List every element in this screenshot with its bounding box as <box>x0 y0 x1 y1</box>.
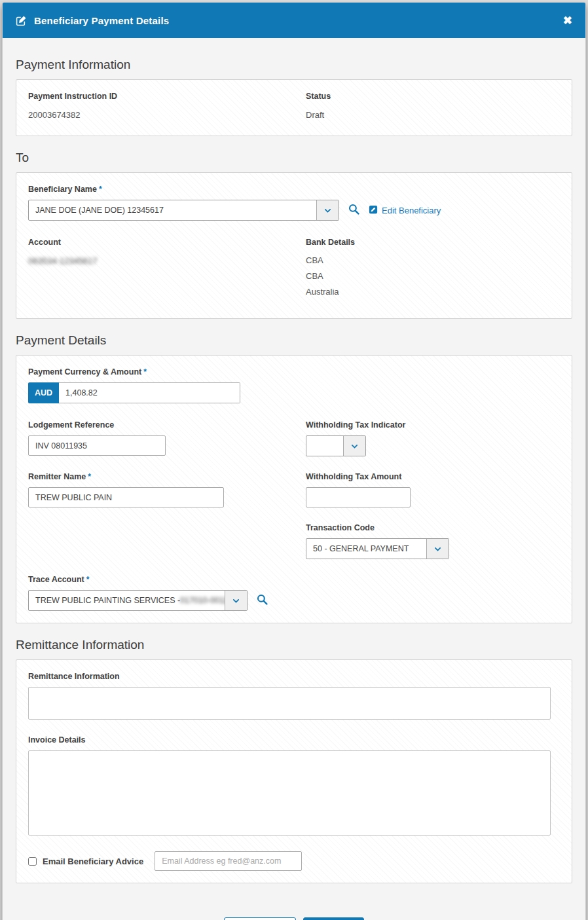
edit-beneficiary-label: Edit Beneficiary <box>382 206 441 215</box>
invoice-details-field: Invoice Details <box>28 735 560 838</box>
payment-instruction-id-label: Payment Instruction ID <box>28 92 306 101</box>
withholding-tax-indicator-label: Withholding Tax Indicator <box>306 420 560 430</box>
payment-information-card: Payment Instruction ID 20003674382 Statu… <box>16 79 572 136</box>
beneficiary-payment-details-modal: Beneficiary Payment Details ✖ Payment In… <box>2 2 586 920</box>
required-asterisk: * <box>99 185 102 194</box>
withholding-tax-indicator-select[interactable] <box>306 435 366 456</box>
payment-instruction-id-field: Payment Instruction ID 20003674382 <box>28 92 306 120</box>
currency-chip: AUD <box>28 382 59 403</box>
trace-account-select[interactable]: TREW PUBLIC PAINTING SERVICES - 017010-0… <box>28 590 248 611</box>
lodgement-reference-input[interactable] <box>28 435 166 456</box>
remittance-card: Remittance Information Invoice Details E… <box>16 659 572 883</box>
section-title-remittance-information: Remittance Information <box>16 638 572 652</box>
section-title-to: To <box>16 151 572 165</box>
beneficiary-name-row: Beneficiary Name* JANE DOE (JANE DOE) 12… <box>28 185 560 221</box>
bank-details-line: CBA <box>306 255 560 265</box>
transaction-code-field: Transaction Code 50 - GENERAL PAYMENT <box>306 523 560 559</box>
status-field: Status Draft <box>306 92 560 120</box>
edit-beneficiary-link[interactable]: Edit Beneficiary <box>369 205 441 216</box>
account-value: 063534-12345617 <box>28 256 306 266</box>
chevron-down-icon[interactable] <box>225 591 247 610</box>
payment-instruction-id-value: 20003674382 <box>28 110 306 120</box>
transaction-code-value: 50 - GENERAL PAYMENT <box>306 539 426 559</box>
currency-amount-row: Payment Currency & Amount* AUD <box>28 367 560 403</box>
trace-account-value: TREW PUBLIC PAINTING SERVICES - 017010-0… <box>29 591 225 610</box>
remitter-name-input[interactable] <box>28 487 224 507</box>
remittance-information-textarea[interactable] <box>28 687 551 720</box>
withholding-tax-amount-label: Withholding Tax Amount <box>306 472 560 481</box>
withholding-tax-indicator-field: Withholding Tax Indicator <box>306 420 560 456</box>
withholding-tax-indicator-value <box>306 436 343 456</box>
modal-title: Beneficiary Payment Details <box>34 15 556 26</box>
status-value: Draft <box>306 110 560 120</box>
lodgement-reference-field: Lodgement Reference <box>28 420 306 456</box>
transaction-code-select[interactable]: 50 - GENERAL PAYMENT <box>306 538 449 559</box>
status-label: Status <box>306 92 560 101</box>
search-icon[interactable] <box>348 204 359 217</box>
remittance-information-field: Remittance Information <box>28 672 560 722</box>
to-card: Beneficiary Name* JANE DOE (JANE DOE) 12… <box>16 172 572 319</box>
required-asterisk: * <box>143 367 147 377</box>
payment-details-card: Payment Currency & Amount* AUD Lodgement… <box>16 355 572 623</box>
lodgement-reference-label: Lodgement Reference <box>28 420 306 430</box>
remitter-name-label: Remitter Name <box>28 472 86 481</box>
withholding-tax-amount-input[interactable] <box>306 487 411 507</box>
withholding-tax-amount-field: Withholding Tax Amount <box>306 472 560 507</box>
required-asterisk: * <box>88 472 91 481</box>
account-label: Account <box>28 238 306 247</box>
bank-details-line: CBA <box>306 271 560 281</box>
remittance-information-label: Remittance Information <box>28 672 560 681</box>
payment-currency-amount-label: Payment Currency & Amount <box>28 367 141 377</box>
trace-account-label: Trace Account <box>28 575 84 584</box>
chevron-down-icon[interactable] <box>316 200 339 220</box>
email-beneficiary-advice-checkbox[interactable] <box>28 857 37 866</box>
remitter-name-field: Remitter Name* <box>28 472 306 507</box>
modal-footer: ✖ Cancel Save <box>16 917 572 920</box>
beneficiary-name-label: Beneficiary Name <box>28 185 97 194</box>
trace-account-row: Trace Account* TREW PUBLIC PAINTING SERV… <box>28 575 560 611</box>
modal-body: Payment Information Payment Instruction … <box>3 38 585 920</box>
email-beneficiary-advice-row: Email Beneficiary Advice <box>28 851 560 871</box>
transaction-code-label: Transaction Code <box>306 523 560 532</box>
edit-beneficiary-icon <box>369 205 378 216</box>
bank-details-field: Bank Details CBA CBA Australia <box>306 238 560 303</box>
bank-details-label: Bank Details <box>306 238 560 247</box>
chevron-down-icon[interactable] <box>426 539 449 559</box>
required-asterisk: * <box>86 575 90 584</box>
section-title-payment-details: Payment Details <box>16 333 572 348</box>
edit-icon <box>16 15 27 26</box>
bank-details-line: Australia <box>306 287 560 297</box>
email-address-input[interactable] <box>155 851 302 871</box>
cancel-button[interactable]: ✖ Cancel <box>224 917 296 920</box>
beneficiary-name-value: JANE DOE (JANE DOE) 12345617 <box>29 200 316 220</box>
save-button[interactable]: Save <box>303 917 364 920</box>
beneficiary-name-select[interactable]: JANE DOE (JANE DOE) 12345617 <box>28 200 339 221</box>
modal-header: Beneficiary Payment Details ✖ <box>3 3 585 38</box>
email-beneficiary-advice-label: Email Beneficiary Advice <box>43 856 143 866</box>
chevron-down-icon[interactable] <box>343 436 365 456</box>
account-field: Account 063534-12345617 <box>28 238 306 303</box>
amount-input[interactable] <box>59 382 240 403</box>
invoice-details-label: Invoice Details <box>28 735 560 745</box>
trace-account-number-redacted: 017010-001153403 <box>180 596 225 605</box>
close-icon[interactable]: ✖ <box>563 15 572 26</box>
invoice-details-textarea[interactable] <box>28 750 551 836</box>
search-icon[interactable] <box>257 594 268 608</box>
section-title-payment-information: Payment Information <box>16 58 572 72</box>
